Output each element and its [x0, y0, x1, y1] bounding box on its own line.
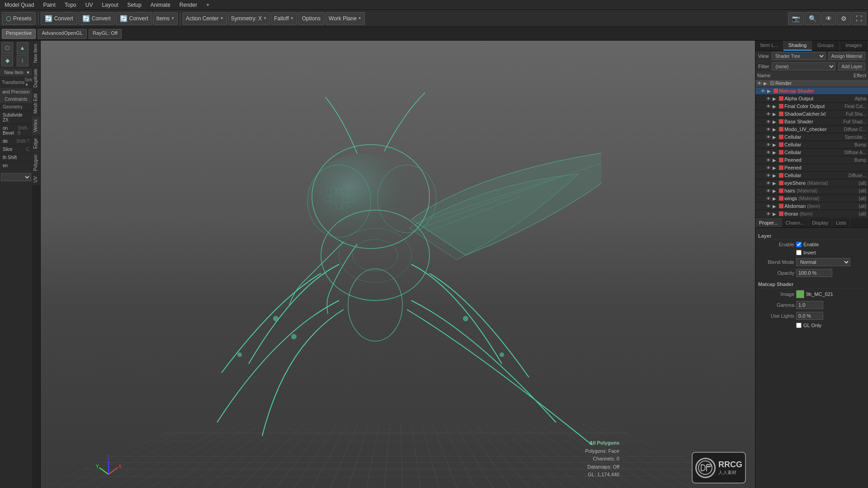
menu-animate[interactable]: Animate	[146, 1, 175, 9]
sidebar-subdivide-zx[interactable]: Subdivide ZX	[0, 111, 32, 124]
shader-row-cellular-3[interactable]: 👁 ▶ Cellular Diffuse A...	[755, 149, 868, 156]
shader-row-cellular-1[interactable]: 👁 ▶ Cellular Specular...	[755, 133, 868, 141]
add-layer-btn[interactable]: Add Layer	[838, 62, 865, 70]
presets-button[interactable]: ⬡ Presets	[2, 12, 36, 25]
viewport-tab-opengl[interactable]: AdvancedOpenGL	[38, 29, 87, 39]
viewport-tab-perspective[interactable]: Perspective	[2, 29, 36, 39]
zoom-icon-btn[interactable]: 🔍	[805, 12, 821, 25]
action-center-dropdown[interactable]: Action Center ▼	[183, 12, 227, 25]
prop-row-invert: Invert	[758, 250, 865, 255]
shader-effect-final-color: Final Col...	[835, 104, 866, 109]
sidebar-tab-vertex[interactable]: Vertex	[32, 116, 40, 135]
expand-icon-btn[interactable]: ⛶	[852, 12, 866, 25]
view-icon-btn[interactable]: 👁	[821, 12, 836, 25]
sidebar-tab-polygon[interactable]: Polygon	[32, 151, 40, 174]
toolbar-separator-2	[180, 12, 180, 25]
axis-widget: X Y Z	[95, 452, 122, 479]
shader-row-uv-checker[interactable]: 👁 ▶ Modo_UV_checker Diffuse C...	[755, 126, 868, 133]
enable-checkbox[interactable]	[796, 242, 802, 247]
sidebar-tab-new-item[interactable]: New Item	[32, 41, 40, 66]
shader-row-render[interactable]: 👁 ▶ Render	[755, 80, 868, 87]
shader-row-matcap[interactable]: 👁 ▶ Matcap Shader	[755, 87, 868, 95]
sidebar-bevel[interactable]: on Bevel Shift-B	[0, 124, 32, 137]
shader-row-final-color[interactable]: 👁 ▶ Final Color Output Final Col...	[755, 103, 868, 110]
lock-icon-final-color: ▶	[773, 104, 778, 109]
sidebar-de[interactable]: de Shift-?	[0, 137, 32, 145]
menu-topo[interactable]: Topo	[60, 1, 81, 9]
falloff-dropdown[interactable]: Falloff ▼	[271, 12, 297, 25]
viewport-tab-raygl[interactable]: RayGL: Off	[89, 29, 122, 39]
shader-row-peened-2[interactable]: 👁 ▶ Peened	[755, 164, 868, 172]
tool-btn-1[interactable]: ⬡	[1, 42, 13, 54]
right-panel-content: View Shader Tree Assign Material Filter …	[755, 51, 868, 488]
image-swatch[interactable]	[796, 290, 804, 298]
shader-row-thorax[interactable]: 👁 ▶ thorax (Item) (all)	[755, 210, 868, 218]
sidebar-tab-mesh-edit[interactable]: Mesh Edit	[32, 90, 40, 116]
swatch-uv	[779, 127, 783, 131]
bottom-select[interactable]	[1, 173, 31, 181]
shader-row-cellular-2[interactable]: 👁 ▶ Cellular Bump	[755, 141, 868, 149]
transforms-dropdown[interactable]: Selected ▼	[24, 77, 32, 87]
sidebar-tab-duplicate[interactable]: Duplicate	[32, 66, 40, 90]
right-tab-groups[interactable]: Groups	[812, 41, 840, 51]
prop-tab-properties[interactable]: Proper...	[755, 218, 782, 227]
prop-tab-lists[interactable]: Lists	[832, 218, 850, 227]
tool-btn-4[interactable]: ↕	[17, 55, 28, 66]
shader-row-base[interactable]: 👁 ▶ Base Shader Full Shad...	[755, 118, 868, 126]
menu-render[interactable]: Render	[175, 1, 202, 9]
opacity-input[interactable]	[796, 269, 832, 277]
use-lights-input[interactable]	[796, 312, 823, 320]
blend-mode-select[interactable]: Normal	[796, 258, 850, 266]
right-tab-images[interactable]: Images	[840, 41, 868, 51]
view-select[interactable]: Shader Tree	[772, 52, 826, 60]
new-item-expand[interactable]: ▼	[26, 70, 30, 75]
tool-btn-2[interactable]: ▲	[17, 42, 28, 54]
menu-layout[interactable]: Layout	[97, 1, 123, 9]
prop-row-opacity: Opacity 100.0 %	[758, 269, 865, 277]
sidebar-tab-edge[interactable]: Edge	[32, 135, 40, 151]
menu-uv[interactable]: UV	[81, 1, 98, 9]
menu-model-quad[interactable]: Model Quad	[0, 1, 38, 9]
settings-icon-btn[interactable]: ⚙	[837, 12, 851, 25]
shader-row-cellular-4[interactable]: 👁 ▶ Cellular Diffuse...	[755, 172, 868, 179]
convert-button-3[interactable]: 🔄 Convert	[116, 12, 152, 25]
menu-setup[interactable]: Setup	[123, 1, 146, 9]
shader-row-hairs[interactable]: 👁 ▶ hairs (Material) (all)	[755, 187, 868, 195]
shader-row-wings[interactable]: 👁 ▶ wings (Material) (all)	[755, 195, 868, 202]
invert-checkbox[interactable]	[796, 250, 802, 255]
menu-paint[interactable]: Paint	[38, 1, 60, 9]
gamma-input[interactable]	[796, 301, 823, 309]
shader-row-eyeshere[interactable]: 👁 ▶ eyeShere (Material) (all)	[755, 179, 868, 187]
convert-button-2[interactable]: 🔄 Convert	[78, 12, 115, 25]
sidebar-slice[interactable]: Slice C	[0, 145, 32, 154]
insect-model	[86, 63, 665, 488]
assign-material-btn[interactable]: Assign Material	[828, 52, 865, 60]
eye-icon-shadowcatcher: 👁	[766, 112, 772, 117]
shader-row-peened-1[interactable]: 👁 ▶ Peened Bump	[755, 156, 868, 164]
right-tab-item-list[interactable]: Item L...	[755, 41, 783, 51]
tool-btn-3[interactable]: ◆	[1, 55, 13, 66]
camera-icon-btn[interactable]: 📷	[788, 12, 804, 25]
convert-icon-1: 🔄	[45, 15, 52, 22]
prop-tab-channels[interactable]: Chann...	[782, 218, 809, 227]
work-plane-dropdown[interactable]: Work Plane ▼	[326, 12, 365, 25]
options-button[interactable]: Options	[298, 12, 325, 25]
sidebar-tab-uv[interactable]: UV	[32, 174, 40, 185]
sidebar-th-shift[interactable]: th Shift	[0, 154, 32, 162]
right-tab-shading[interactable]: Shading	[783, 41, 811, 51]
gl-only-checkbox[interactable]	[796, 323, 802, 328]
filter-select[interactable]: (none)	[772, 62, 835, 70]
shader-row-abdoman[interactable]: 👁 ▶ Abdoman (Item) (all)	[755, 202, 868, 210]
lock-icon-shadowcatcher: ▶	[773, 112, 778, 117]
shader-row-shadowcatcher[interactable]: 👁 ▶ ShadowCatcher.lxl Full Sha...	[755, 110, 868, 118]
shader-name-base: Base Shader	[784, 119, 834, 124]
svg-point-23	[463, 316, 468, 321]
sidebar-en[interactable]: en	[0, 162, 32, 170]
prop-tab-display[interactable]: Display	[808, 218, 832, 227]
items-dropdown[interactable]: Items ▼	[153, 12, 178, 25]
menu-plus[interactable]: +	[202, 1, 214, 9]
convert-button-1[interactable]: 🔄 Convert	[41, 12, 77, 25]
shader-row-alpha[interactable]: 👁 ▶ Alpha Output Alpha	[755, 95, 868, 103]
symmetry-dropdown[interactable]: Symmetry: X ▼	[228, 12, 270, 25]
eye-icon-final-color: 👁	[766, 104, 772, 109]
